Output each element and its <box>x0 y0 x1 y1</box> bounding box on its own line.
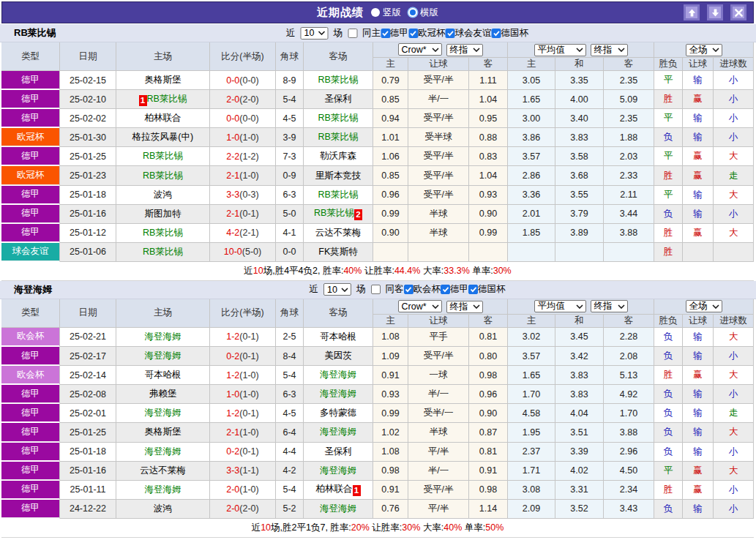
close-icon <box>734 8 744 18</box>
col-header-1: 日期 <box>60 299 116 328</box>
league-checkbox-2[interactable] <box>468 285 478 294</box>
avg-select[interactable]: 平均值 <box>534 300 586 312</box>
section-header-0: RB莱比锡近10场同主德甲欧冠杯球会友谊德国杯 <box>0 24 756 42</box>
mode-label-vertical[interactable]: 竖版 <box>383 7 401 19</box>
home-team: 斯图加特 <box>145 209 181 219</box>
same-venue-checkbox[interactable] <box>371 285 381 294</box>
avg-cell-0: 4.58 <box>508 404 555 423</box>
odds-company-select[interactable]: Crow* <box>398 43 442 56</box>
home-team-name: 弗赖堡 <box>149 389 177 399</box>
odds-cell-2: 0.80 <box>469 347 508 366</box>
odds-cell-0: 0.91 <box>373 481 408 500</box>
date-cell: 25-01-12 <box>60 224 116 243</box>
odds-company-select[interactable]: Crow* <box>398 300 442 312</box>
result-cell: 胜 <box>654 243 683 262</box>
avg-cell-2: 2.03 <box>604 147 654 166</box>
home-team: 1RB莱比锡 <box>139 94 187 104</box>
corners-cell: 6-4 <box>276 423 304 442</box>
home-team-name: RB莱比锡 <box>143 228 183 238</box>
avg-cell-1: 3.55 <box>555 186 604 205</box>
league-checkbox-2[interactable] <box>446 29 455 38</box>
league-type-badge: 德甲 <box>1 385 59 402</box>
result-cell: 负 <box>654 128 683 147</box>
summary-value: 20% <box>351 522 370 533</box>
odds-cell-0: 0.79 <box>373 71 408 90</box>
sub-header-7: 让球 <box>683 315 714 328</box>
col-header-4: 角球 <box>276 42 304 71</box>
avg-cell-1: 3.31 <box>555 481 604 500</box>
avg-cell-2: 4.92 <box>604 385 654 404</box>
sub-header-2: 客 <box>469 315 508 328</box>
league-label-2[interactable]: 德国杯 <box>478 283 506 296</box>
recent-count-select[interactable]: 10 <box>323 283 351 296</box>
league-type-badge: 德甲 <box>1 443 59 460</box>
avg-cell-0: 1.65 <box>508 90 555 109</box>
section-summary-0: 近10场,胜4平4负2, 胜率:40% 让胜率:44.4% 大率:33.3% 单… <box>1 262 754 281</box>
league-type-badge: 欧会杯 <box>1 366 59 383</box>
chevron-down-icon <box>318 31 326 35</box>
league-checkbox-1[interactable] <box>408 29 418 38</box>
scope-select[interactable]: 全场 <box>686 300 722 312</box>
league-label-1[interactable]: 德甲 <box>450 283 468 296</box>
odds-cell-0: 0.96 <box>373 186 408 205</box>
league-label-0[interactable]: 德甲 <box>390 27 408 40</box>
league-label-0[interactable]: 欧会杯 <box>413 283 441 296</box>
avg-stage-select[interactable]: 终指 <box>591 300 628 312</box>
avg-cell-2: 3.43 <box>604 500 654 519</box>
recent-count-select[interactable]: 10 <box>301 27 329 40</box>
date-cell: 25-01-25 <box>60 423 116 442</box>
radio-horizontal-icon[interactable] <box>408 8 417 17</box>
scope-select[interactable]: 全场 <box>686 44 722 56</box>
avg-stage-select[interactable]: 终指 <box>591 44 628 56</box>
away-team-name: 柏林联合 <box>316 484 353 494</box>
home-team: 奥格斯堡 <box>145 427 181 437</box>
radio-vertical-icon[interactable] <box>371 8 380 17</box>
goals-result-cell: 小 <box>714 347 754 366</box>
mode-radio-vertical[interactable]: 竖版 <box>371 7 401 19</box>
odds-stage-select[interactable]: 终指 <box>446 44 483 56</box>
avg-cell-1: 4.04 <box>555 404 604 423</box>
league-checkbox-0[interactable] <box>404 285 413 294</box>
sub-header-8: 进球数 <box>714 315 754 328</box>
league-type-cell: 德甲 <box>1 462 60 481</box>
avg-select[interactable]: 平均值 <box>534 44 586 56</box>
goals-result-cell: 大 <box>714 462 754 481</box>
same-venue-checkbox[interactable] <box>348 29 357 38</box>
close-button[interactable] <box>730 4 746 20</box>
chevron-down-icon <box>712 48 719 52</box>
league-checkbox-0[interactable] <box>381 29 390 38</box>
away-team-cell: RB莱比锡 <box>304 186 373 205</box>
league-type-cell: 欧冠杯 <box>1 166 60 185</box>
league-label-1[interactable]: 欧冠杯 <box>418 27 446 40</box>
sub-header-5: 客 <box>604 315 654 328</box>
league-checkbox-3[interactable] <box>492 29 501 38</box>
date-cell: 25-02-10 <box>60 90 116 109</box>
home-team-name: RB莱比锡 <box>143 247 183 257</box>
score-cell: 1-2(1-0) <box>210 366 276 385</box>
corners-cell: 3-9 <box>276 128 304 147</box>
same-venue-label[interactable]: 同客 <box>386 283 404 296</box>
odds-cell-0: 1.08 <box>373 328 408 347</box>
avg-cell-2: 2.28 <box>604 328 654 347</box>
mode-radio-horizontal[interactable]: 横版 <box>408 7 438 19</box>
summary-text: 单率: <box>470 266 493 276</box>
same-venue-label[interactable]: 同主 <box>362 27 381 40</box>
home-team-name: 波鸿 <box>154 190 172 200</box>
avg-cell-0: 1.71 <box>508 462 555 481</box>
away-team-name: RB莱比锡 <box>314 208 354 218</box>
summary-value: 40% <box>343 266 362 276</box>
league-label-3[interactable]: 德国杯 <box>501 27 529 40</box>
away-team-cell: 里斯本竞技 <box>304 166 373 185</box>
date-cell: 25-01-16 <box>60 462 116 481</box>
match-row: 欧冠杯25-01-23RB莱比锡2-1(1-0)0-9里斯本竞技0.85受平/半… <box>1 166 754 185</box>
move-down-button[interactable] <box>707 4 723 20</box>
league-label-2[interactable]: 球会友谊 <box>455 27 492 40</box>
match-row: 欧会杯25-02-14哥本哈根1-2(1-0)5-4海登海姆0.91一球0.98… <box>1 366 754 385</box>
odds-cell-1: 受平/半 <box>408 71 469 90</box>
move-up-button[interactable] <box>684 4 700 20</box>
handicap-result-cell: 赢 <box>683 90 714 109</box>
mode-label-horizontal[interactable]: 横版 <box>420 7 438 19</box>
league-checkbox-1[interactable] <box>441 285 450 294</box>
fulltime-score: 3-3 <box>226 190 239 200</box>
odds-stage-select[interactable]: 终指 <box>446 301 483 313</box>
